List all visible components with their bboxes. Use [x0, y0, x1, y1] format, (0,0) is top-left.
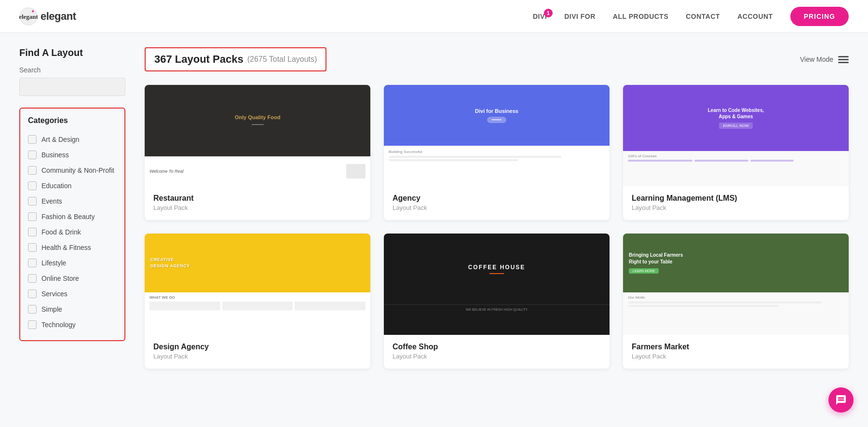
category-item[interactable]: Lifestyle [28, 255, 117, 271]
card-preview: Only Quality Food ━━━━━ Welcome To Real [145, 85, 370, 186]
logo-icon: elegant ✦ [19, 7, 38, 26]
svg-text:✦: ✦ [31, 9, 35, 14]
category-item[interactable]: Services [28, 286, 117, 302]
main-layout: Find A Layout Search Categories Art & De… [0, 33, 868, 383]
category-item[interactable]: Online Store [28, 271, 117, 286]
card-name: Restaurant [153, 194, 362, 203]
nav-divi[interactable]: DIVI 1 [533, 13, 547, 20]
category-checkbox[interactable] [28, 228, 37, 236]
category-label: Technology [41, 321, 76, 329]
category-item[interactable]: Health & Fitness [28, 240, 117, 255]
category-item[interactable]: Food & Drink [28, 224, 117, 240]
nav-contact[interactable]: CONTACT [686, 13, 720, 20]
card-info: Learning Management (LMS) Layout Pack [623, 186, 849, 220]
card-preview: CREATIVEDESIGN AGENCY WHAT WE DO [145, 234, 370, 335]
layout-card-lms[interactable]: Learn to Code Websites,Apps & Games ENRO… [623, 85, 849, 220]
category-label: Health & Fitness [41, 244, 91, 251]
card-preview: Learn to Code Websites,Apps & Games ENRO… [623, 85, 849, 186]
category-label: Online Store [41, 275, 79, 282]
category-item[interactable]: Simple [28, 302, 117, 317]
card-name: Agency [393, 194, 601, 203]
category-checkbox[interactable] [28, 166, 37, 175]
nav-all-products[interactable]: ALL PRODUCTS [613, 13, 668, 20]
category-checkbox[interactable] [28, 259, 37, 267]
layout-card-coffee-shop[interactable]: COFFEE HOUSE WE BELIEVE IN FRESH HIGH QU… [384, 234, 610, 369]
layout-card-agency[interactable]: Divi for Business ━━━━ Building Successf… [384, 85, 610, 220]
content-area: 367 Layout Packs (2675 Total Layouts) Vi… [145, 47, 849, 369]
categories-box: Categories Art & Design Business Communi… [19, 108, 125, 341]
category-item[interactable]: Fashion & Beauty [28, 209, 117, 224]
card-preview: Divi for Business ━━━━ Building Successf… [384, 85, 610, 186]
layout-card-farmers-market[interactable]: Bringing Local FarmersRight to your Tabl… [623, 234, 849, 369]
categories-title: Categories [28, 116, 117, 125]
category-item[interactable]: Events [28, 193, 117, 209]
category-item[interactable]: Technology [28, 317, 117, 332]
categories-list: Art & Design Business Community & Non-Pr… [28, 132, 117, 332]
card-type: Layout Pack [393, 353, 601, 360]
layout-count-main: 367 Layout Packs [154, 53, 244, 66]
card-name: Coffee Shop [393, 343, 601, 351]
card-info: Design Agency Layout Pack [145, 335, 370, 369]
category-item[interactable]: Community & Non-Profit [28, 163, 117, 178]
card-type: Layout Pack [632, 353, 840, 360]
category-checkbox[interactable] [28, 212, 37, 221]
category-label: Simple [41, 305, 62, 313]
category-label: Fashion & Beauty [41, 213, 95, 220]
category-label: Food & Drink [41, 228, 81, 236]
card-preview: COFFEE HOUSE WE BELIEVE IN FRESH HIGH QU… [384, 234, 610, 335]
card-type: Layout Pack [632, 204, 840, 211]
card-name: Farmers Market [632, 343, 840, 351]
category-label: Services [41, 290, 68, 298]
card-info: Coffee Shop Layout Pack [384, 335, 610, 369]
card-type: Layout Pack [153, 204, 362, 211]
category-label: Community & Non-Profit [41, 166, 114, 174]
card-name: Learning Management (LMS) [632, 194, 840, 203]
category-item[interactable]: Business [28, 147, 117, 163]
view-mode-label: View Mode [800, 55, 833, 63]
content-header: 367 Layout Packs (2675 Total Layouts) Vi… [145, 47, 849, 71]
svg-text:elegant: elegant [19, 13, 38, 20]
category-checkbox[interactable] [28, 274, 37, 283]
layout-card-restaurant[interactable]: Only Quality Food ━━━━━ Welcome To Real … [145, 85, 370, 220]
category-label: Lifestyle [41, 259, 66, 267]
view-mode-toggle[interactable]: View Mode [800, 55, 849, 64]
card-type: Layout Pack [153, 353, 362, 360]
view-mode-icon [838, 55, 849, 64]
category-label: Art & Design [41, 136, 80, 143]
category-checkbox[interactable] [28, 320, 37, 329]
category-label: Business [41, 151, 69, 159]
card-preview: Bringing Local FarmersRight to your Tabl… [623, 234, 849, 335]
logo-text: elegant [41, 10, 76, 23]
sidebar-title: Find A Layout [19, 47, 125, 58]
category-item[interactable]: Education [28, 178, 117, 193]
layout-card-design-agency[interactable]: CREATIVEDESIGN AGENCY WHAT WE DO Design … [145, 234, 370, 369]
category-checkbox[interactable] [28, 243, 37, 252]
header: elegant ✦ elegant DIVI 1 DIVI FOR ALL PR… [0, 0, 868, 33]
category-checkbox[interactable] [28, 305, 37, 314]
logo[interactable]: elegant ✦ elegant [19, 7, 76, 26]
nav-account[interactable]: ACCOUNT [737, 13, 773, 20]
layout-grid: Only Quality Food ━━━━━ Welcome To Real … [145, 85, 849, 369]
card-info: Restaurant Layout Pack [145, 186, 370, 220]
pricing-button[interactable]: PRICING [790, 7, 849, 26]
category-item[interactable]: Art & Design [28, 132, 117, 147]
layout-count-box: 367 Layout Packs (2675 Total Layouts) [145, 47, 326, 71]
sidebar: Find A Layout Search Categories Art & De… [19, 47, 125, 369]
divi-badge: 1 [544, 9, 553, 17]
category-checkbox[interactable] [28, 289, 37, 298]
category-label: Education [41, 182, 71, 190]
category-checkbox[interactable] [28, 151, 37, 159]
search-input[interactable] [19, 78, 125, 96]
category-checkbox[interactable] [28, 135, 37, 144]
card-info: Agency Layout Pack [384, 186, 610, 220]
category-label: Events [41, 197, 62, 205]
nav-divi-for[interactable]: DIVI FOR [564, 13, 596, 20]
card-name: Design Agency [153, 343, 362, 351]
card-info: Farmers Market Layout Pack [623, 335, 849, 369]
card-type: Layout Pack [393, 204, 601, 211]
category-checkbox[interactable] [28, 197, 37, 206]
search-label: Search [19, 66, 125, 74]
category-checkbox[interactable] [28, 181, 37, 190]
layout-count-sub: (2675 Total Layouts) [247, 55, 317, 64]
main-nav: DIVI 1 DIVI FOR ALL PRODUCTS CONTACT ACC… [533, 7, 849, 26]
